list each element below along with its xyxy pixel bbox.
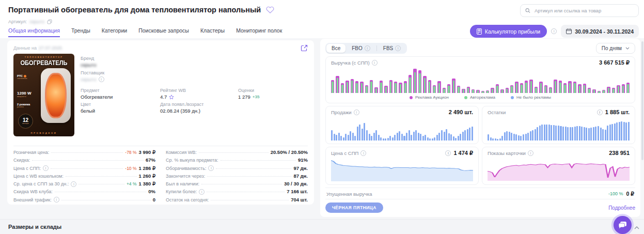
views-info-icon[interactable] [528, 150, 533, 156]
price-value-info-icon[interactable] [445, 150, 451, 156]
info-icon[interactable] [208, 165, 214, 171]
metric-value: 3 990 ₽ [139, 149, 155, 155]
favorite-heart-icon[interactable] [266, 6, 274, 13]
revenue-bar [423, 76, 426, 93]
sizes-warehouses-section[interactable]: Размеры и склады [0, 219, 644, 234]
copy-icon[interactable] [47, 19, 52, 24]
product-image-title: ОБОГРЕВАТЕЛЬ [19, 59, 69, 67]
bar [359, 124, 360, 141]
revenue-bar [443, 88, 446, 93]
calculator-info-icon[interactable] [551, 28, 557, 34]
bar [527, 133, 529, 141]
product-image[interactable]: ТЕПЛОВЕНТИЛЯТОР ОБОГРЕВАТЕЛЬ PTCтехнолог… [13, 54, 74, 136]
legend-item[interactable]: Автореклама [464, 95, 495, 100]
revenue-bar [622, 84, 625, 93]
supplier-value-hidden: скрыто [81, 76, 97, 82]
fulfillment-segment: Все FBO FBS [325, 43, 407, 54]
metric-label: Комиссия WB: [166, 150, 197, 155]
stocks-info-icon[interactable] [597, 110, 603, 115]
reviews-delta: +35 [253, 95, 260, 99]
bar [472, 127, 473, 141]
field-reviews: Оценки 1 279+35 [238, 88, 259, 100]
metric-row: Цена с СПП:-10 %1 286 ₽ [13, 165, 155, 173]
collapse-chevron-up-icon[interactable] [634, 226, 639, 229]
revenue-bar [612, 88, 615, 93]
bar [509, 132, 510, 141]
supplier-info-icon[interactable] [99, 76, 104, 82]
metric-value: 87 дн. [293, 173, 308, 179]
dotted-leader [216, 168, 291, 169]
main-tab-3[interactable]: Поисковые запросы [138, 27, 189, 37]
revenue-bar [336, 76, 339, 93]
info-icon[interactable] [43, 165, 49, 171]
bar [530, 131, 531, 141]
data-as-of-value: 27.07.2025 [39, 45, 62, 51]
heater-device-picture [41, 68, 71, 123]
bar [434, 137, 435, 141]
views-section: Показы карточки 238 951 [482, 147, 635, 185]
segment-fbs[interactable]: FBS [378, 44, 406, 53]
main-tab-5[interactable]: Мониторинг полок [236, 27, 282, 37]
product-search[interactable] [520, 4, 639, 17]
page-header: Портативный обогреватель для дома теплов… [0, 0, 644, 38]
revenue-section: Выручка (с СПП) 3 667 515 ₽ Реклама Аукц… [325, 56, 635, 103]
profit-calculator-button[interactable]: Калькулятор прибыли [470, 25, 547, 38]
bar [420, 134, 421, 141]
bar [553, 125, 555, 141]
vertical-scrollbar[interactable] [641, 41, 643, 160]
metric-label: Цена с WB кошельком: [13, 174, 64, 179]
chevron-down-icon [625, 47, 630, 50]
external-link-icon[interactable] [301, 44, 308, 52]
main-tab-1[interactable]: Тренды [71, 27, 90, 37]
metric-row: Комиссия WB:20.50% / 20.50% [166, 149, 308, 157]
bar [444, 132, 445, 141]
metric-label: Ср. цена с СПП за 30 дн.: [13, 181, 76, 187]
period-select[interactable]: По дням [596, 43, 635, 54]
info-icon[interactable] [54, 197, 59, 202]
dotted-leader [207, 176, 291, 177]
dotted-leader [211, 200, 289, 200]
bar [401, 134, 403, 141]
revenue-bar [592, 89, 595, 93]
info-icon[interactable] [71, 181, 76, 187]
bar [406, 133, 407, 141]
details-link[interactable]: Подробнее [608, 205, 635, 211]
black-friday-badge[interactable]: ЧЁРНАЯ ПЯТНИЦА [325, 202, 383, 213]
dotted-leader [51, 168, 123, 169]
bar [513, 134, 515, 141]
segment-all[interactable]: Все [326, 44, 345, 53]
info-icon[interactable] [199, 189, 205, 195]
revenue-bar [341, 83, 344, 93]
support-chat-button[interactable] [614, 216, 632, 234]
segment-fbo[interactable]: FBO [347, 44, 375, 53]
fbo-info-icon[interactable] [365, 45, 370, 51]
fbs-info-icon[interactable] [395, 45, 401, 51]
bar [619, 122, 620, 141]
revenue-bar [370, 80, 373, 93]
main-tab-2[interactable]: Категории [102, 27, 127, 37]
product-image-power: 1200 Wмощность [17, 91, 32, 98]
sales-info-icon[interactable] [354, 110, 359, 115]
product-image-top-word: ТЕПЛОВЕНТИЛЯТОР [13, 56, 74, 58]
revenue-bar [554, 80, 557, 93]
main-tab-4[interactable]: Кластеры [200, 27, 225, 37]
bar [453, 136, 454, 141]
brand-value-hidden: скрыто [81, 62, 97, 68]
revenue-bar [380, 81, 383, 93]
metric-value: 704 шт. [291, 197, 308, 202]
date-range-picker[interactable]: 30.09.2024 - 30.11.2024 [561, 25, 639, 38]
legend-item[interactable]: Не было рекламы [511, 95, 551, 100]
bar [446, 129, 447, 141]
legend-item[interactable]: Реклама Аукцион [410, 95, 449, 100]
sizes-warehouses-title: Размеры и склады [8, 224, 61, 230]
legend-dot [410, 96, 413, 99]
product-image-bottom-word: ПРОВОДНОЙ [13, 132, 74, 134]
revenue-info-icon[interactable] [372, 60, 378, 66]
search-input[interactable] [533, 7, 634, 14]
price-info-icon[interactable] [360, 150, 366, 156]
dotted-leader [66, 176, 137, 177]
metric-label: Был в наличии: [166, 181, 199, 186]
revenue-bar-chart [331, 68, 630, 93]
main-tab-0[interactable]: Общая информация [8, 27, 60, 37]
revenue-bar [351, 79, 354, 93]
